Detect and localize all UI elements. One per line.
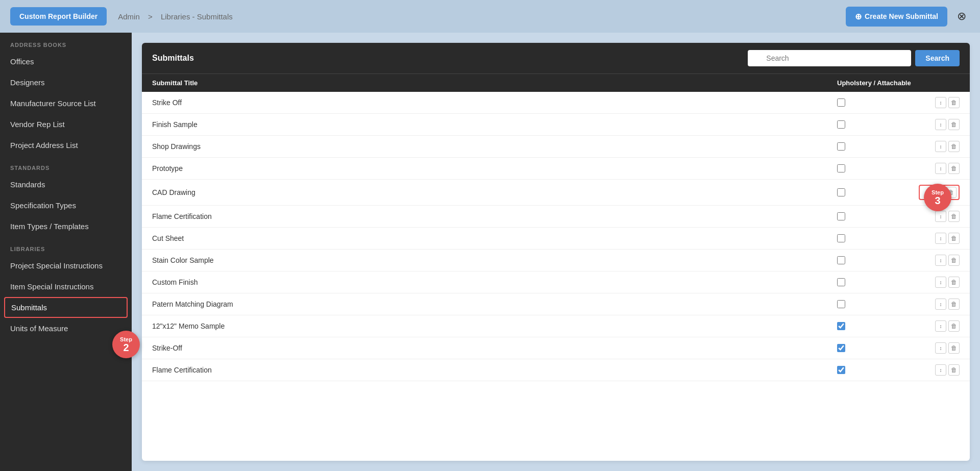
upholstery-checkbox[interactable] [837,256,845,264]
breadcrumb: Admin > Libraries - Submittals [115,12,236,21]
search-input[interactable] [748,50,911,66]
sidebar-section-label: ADDRESS BOOKS [0,33,132,51]
table-row: Stain Color Sample↕🗑 [142,250,970,271]
sort-button[interactable]: ↕ [935,255,946,266]
delete-button[interactable]: 🗑 [948,277,960,288]
delete-button[interactable]: 🗑 [948,163,960,174]
table-row: Strike-Off↕🗑 [142,337,970,359]
sort-button[interactable]: ↕ [935,163,946,174]
row-actions-cell: ↕🗑 [919,119,960,130]
delete-button[interactable]: 🗑 [948,141,960,152]
sort-button[interactable]: ↕ [935,233,946,244]
sidebar-item-designers[interactable]: Designers [0,72,132,93]
column-headers: Submittal Title Upholstery / Attachable [142,73,970,92]
table-row: Flame Certification↕🗑 [142,206,970,228]
delete-button[interactable]: 🗑 [945,187,957,198]
sort-button[interactable]: ↕ [935,364,946,376]
row-actions-cell: ↕🗑 [919,211,960,222]
upholstery-checkbox[interactable] [837,120,845,129]
top-bar: Custom Report Builder Admin > Libraries … [0,0,980,33]
table-row: Finish Sample↕🗑 [142,114,970,136]
sidebar-item-standards[interactable]: Standards [0,174,132,195]
create-submittal-button[interactable]: ⊕ Create New Submittal [846,7,947,27]
row-title: Cut Sheet [152,234,837,242]
col-title-header: Submittal Title [152,79,837,87]
create-submittal-label: Create New Submittal [865,12,938,20]
row-checkbox-cell [837,120,919,129]
row-title: Flame Certification [152,212,837,220]
row-actions-cell: ↕🗑 [919,299,960,310]
delete-button[interactable]: 🗑 [948,211,960,222]
upholstery-checkbox[interactable] [837,234,845,242]
delete-button[interactable]: 🗑 [948,320,960,332]
row-title: Custom Finish [152,278,837,286]
upholstery-checkbox[interactable] [837,164,845,172]
sidebar-item-item-types-templates[interactable]: Item Types / Templates [0,216,132,237]
sort-button[interactable]: ↕ [932,187,943,198]
table-row: Patern Matching Diagram↕🗑 [142,293,970,315]
sort-button[interactable]: ↕ [935,97,946,108]
upholstery-checkbox[interactable] [837,278,845,286]
delete-button[interactable]: 🗑 [948,97,960,108]
sort-button[interactable]: ↕ [935,119,946,130]
search-button[interactable]: Search [915,50,960,66]
row-title: Strike-Off [152,344,837,352]
sidebar-item-vendor-rep-list[interactable]: Vendor Rep List [0,114,132,135]
row-title: 12"x12" Memo Sample [152,322,837,330]
row-checkbox-cell [837,164,919,172]
row-title: Flame Certification [152,366,837,374]
table-row: Flame Certification↕🗑 [142,359,970,381]
custom-report-button[interactable]: Custom Report Builder [10,7,107,26]
upholstery-checkbox[interactable] [837,344,845,352]
close-button[interactable]: ⊗ [953,8,970,24]
upholstery-checkbox[interactable] [837,366,845,374]
upholstery-checkbox[interactable] [837,300,845,308]
row-checkbox-cell [837,366,919,374]
upholstery-checkbox[interactable] [837,212,845,220]
sort-button[interactable]: ↕ [935,277,946,288]
sidebar-item-project-address-list[interactable]: Project Address List [0,135,132,156]
sidebar-item-specification-types[interactable]: Specification Types [0,195,132,216]
table-header: Submittals 🔍 Search [142,43,970,73]
sidebar-item-project-special-instructions[interactable]: Project Special Instructions [0,255,132,276]
col-upholstery-header: Upholstery / Attachable [837,79,919,87]
sort-button[interactable]: ↕ [935,299,946,310]
row-actions-cell: ↕🗑 [919,277,960,288]
row-checkbox-cell [837,212,919,220]
row-checkbox-cell [837,98,919,107]
sidebar-item-offices[interactable]: Offices [0,51,132,72]
main-content: Submittals 🔍 Search Submittal Title Upho… [132,33,980,471]
row-actions-cell: ↕🗑 [919,320,960,332]
row-title: Finish Sample [152,120,837,129]
row-actions-cell: ↕🗑 [919,342,960,354]
sidebar-item-manufacturer-source-list[interactable]: Manufacturer Source List [0,93,132,114]
row-actions-cell: ↕🗑 [919,97,960,108]
upholstery-checkbox[interactable] [837,142,845,151]
row-checkbox-cell [837,344,919,352]
sidebar-item-units-of-measure[interactable]: Units of Measure [0,318,132,339]
sidebar-item-submittals[interactable]: Submittals [4,297,128,318]
delete-button[interactable]: 🗑 [948,233,960,244]
delete-button[interactable]: 🗑 [948,255,960,266]
row-title: CAD Drawing [152,188,837,196]
breadcrumb-admin: Admin [118,12,140,21]
search-input-wrapper: 🔍 [748,50,911,66]
row-title: Stain Color Sample [152,256,837,264]
sidebar-item-item-special-instructions[interactable]: Item Special Instructions [0,276,132,297]
row-title: Prototype [152,164,837,172]
upholstery-checkbox[interactable] [837,322,845,330]
upholstery-checkbox[interactable] [837,188,845,196]
sort-button[interactable]: ↕ [935,342,946,354]
breadcrumb-separator: > [148,12,153,21]
sort-button[interactable]: ↕ [935,211,946,222]
sort-button[interactable]: ↕ [935,141,946,152]
row-checkbox-cell [837,300,919,308]
delete-button[interactable]: 🗑 [948,364,960,376]
delete-button[interactable]: 🗑 [948,119,960,130]
upholstery-checkbox[interactable] [837,98,845,107]
row-actions-cell: ↕🗑 [919,141,960,152]
sort-button[interactable]: ↕ [935,320,946,332]
delete-button[interactable]: 🗑 [948,299,960,310]
table-row: Shop Drawings↕🗑 [142,136,970,158]
delete-button[interactable]: 🗑 [948,342,960,354]
